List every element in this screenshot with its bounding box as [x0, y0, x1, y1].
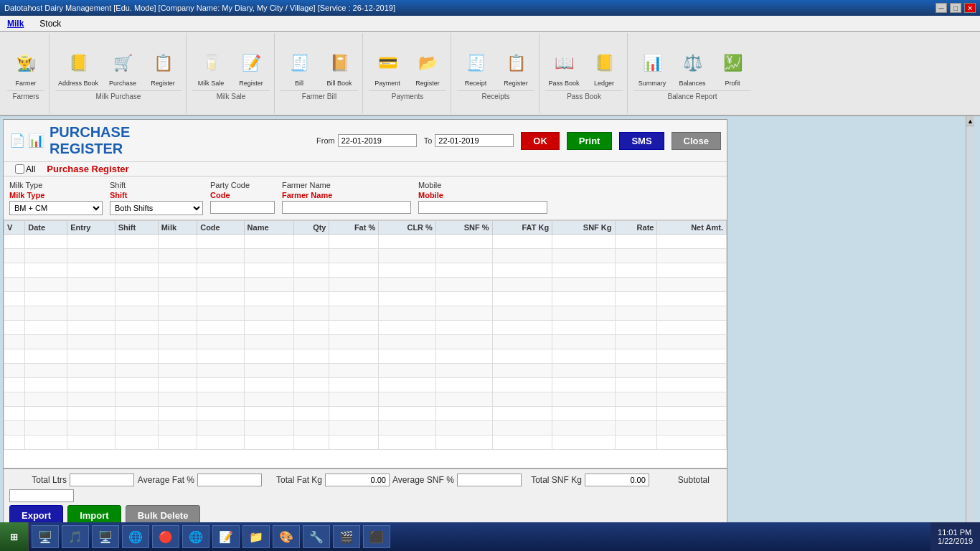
- avg-snf-input: [457, 474, 522, 486]
- col-fat-kg: FAT Kg: [492, 221, 552, 235]
- col-net-amt: Net Amt.: [657, 221, 727, 235]
- taskbar-item-10[interactable]: 🔧: [303, 525, 330, 548]
- taskbar-item-12[interactable]: ⬛: [363, 525, 390, 548]
- toolbar-register-milk[interactable]: 📋 Register: [144, 46, 182, 89]
- toolbar-bill[interactable]: 🧾 Bill: [281, 46, 318, 89]
- toolbar-group-payments: 💳 Payment 📂 Register Payments: [364, 33, 451, 113]
- footer-row: Total Ltrs Average Fat % Total Fat Kg Av…: [4, 468, 727, 530]
- taskbar-icon-6: 🌐: [189, 530, 203, 544]
- ledger-icon: 📒: [588, 47, 620, 79]
- toolbar-address-book[interactable]: 📒 Address Book: [55, 46, 101, 89]
- menu-milk[interactable]: Milk: [3, 17, 28, 30]
- bill-label: Bill: [295, 80, 303, 88]
- toolbar-balances[interactable]: ⚖️ Balances: [674, 46, 711, 89]
- col-entry: Entry: [67, 221, 116, 235]
- toolbar-group-milk-sale: 🥛 Milk Sale 📝 Register Milk Sale: [188, 33, 275, 113]
- toolbar-ledger[interactable]: 📒 Ledger: [585, 46, 623, 89]
- all-checkbox-group[interactable]: All: [15, 164, 35, 174]
- from-label: From: [316, 136, 335, 145]
- shift-select[interactable]: Both Shifts Morning Evening: [110, 201, 203, 215]
- balances-label: Balances: [679, 80, 706, 88]
- minimize-btn[interactable]: ─: [936, 3, 947, 13]
- taskbar-items: 🖥️ 🎵 🖥️ 🌐 🔴 🌐 📝 📁 🎨 🔧 🎬: [29, 522, 930, 551]
- toolbar-group-balance-report: 📊 Summary ⚖️ Balances 💹 Profit Balance R…: [629, 33, 755, 113]
- taskbar-item-7[interactable]: 📝: [212, 525, 240, 548]
- toolbar-payment-register[interactable]: 📂 Register: [409, 46, 446, 89]
- milk-sale-icon: 🥛: [195, 47, 227, 79]
- toolbar-receipt-register[interactable]: 📋 Register: [497, 46, 534, 89]
- receipt-register-icon: 📋: [500, 47, 532, 79]
- panel-header: 📄 📊 PURCHASE REGISTER From To OK Print S…: [4, 120, 727, 162]
- subtotal-input: [9, 489, 74, 502]
- milk-type-select[interactable]: BM + CM BM CM: [9, 201, 103, 215]
- to-date-group: To: [424, 134, 514, 147]
- toolbar-receipt[interactable]: 🧾 Receipt: [457, 46, 494, 89]
- from-date-input[interactable]: [338, 134, 417, 147]
- toolbar-purchase[interactable]: 🛒 Purchase: [104, 46, 141, 89]
- taskbar-item-8[interactable]: 📁: [242, 525, 270, 548]
- taskbar-item-2[interactable]: 🎵: [62, 525, 89, 548]
- payment-icon: 💳: [372, 47, 403, 79]
- farmer-name-black-label: Farmer Name: [282, 181, 411, 189]
- print-button[interactable]: Print: [567, 132, 613, 150]
- maximize-btn[interactable]: □: [950, 3, 961, 13]
- taskbar-icon-5: 🔴: [159, 530, 173, 544]
- taskbar-item-4[interactable]: 🌐: [122, 525, 149, 548]
- taskbar-item-11[interactable]: 🎬: [333, 525, 360, 548]
- toolbar-summary[interactable]: 📊 Summary: [633, 46, 671, 89]
- col-v: V: [4, 221, 25, 235]
- toolbar-group-milk-purchase: 📒 Address Book 🛒 Purchase 📋 Register Mil…: [51, 33, 187, 113]
- profit-icon: 💹: [717, 47, 748, 79]
- from-date-group: From: [316, 134, 417, 147]
- total-ltrs-label: Total Ltrs: [9, 475, 67, 485]
- col-rate: Rate: [615, 221, 657, 235]
- toolbar-bill-book[interactable]: 📔 Bill Book: [321, 46, 358, 89]
- toolbar-farmer[interactable]: 👨‍🌾 Farmer: [7, 46, 44, 89]
- taskbar-item-3[interactable]: 🖥️: [92, 525, 119, 548]
- table-row: [4, 249, 727, 263]
- col-date: Date: [25, 221, 67, 235]
- total-snf-kg-input: [585, 474, 649, 486]
- shift-filter-group: Shift Shift Both Shifts Morning Evening: [110, 181, 203, 215]
- titlebar-controls: ─ □ ✕: [936, 3, 976, 13]
- toolbar-payment[interactable]: 💳 Payment: [369, 46, 406, 89]
- to-date-input[interactable]: [435, 134, 514, 147]
- taskbar-icon-3: 🖥️: [98, 530, 113, 544]
- payment-label: Payment: [374, 80, 400, 88]
- col-code: Code: [197, 221, 244, 235]
- farmer-name-input[interactable]: [282, 201, 411, 214]
- mobile-input[interactable]: [418, 201, 547, 214]
- sms-button[interactable]: SMS: [619, 132, 664, 150]
- taskbar-date-value: 1/22/2019: [938, 537, 973, 545]
- all-checkbox[interactable]: [15, 164, 24, 174]
- close-button[interactable]: Close: [672, 132, 721, 150]
- close-window-btn[interactable]: ✕: [964, 3, 976, 13]
- toolbar-profit[interactable]: 💹 Profit: [714, 46, 751, 89]
- taskbar-time-value: 11:01 PM: [938, 528, 971, 537]
- main-area: 📄 📊 PURCHASE REGISTER From To OK Print S…: [0, 116, 980, 534]
- taskbar-item-5[interactable]: 🔴: [152, 525, 179, 548]
- toolbar-milk-sale[interactable]: 🥛 Milk Sale: [192, 46, 230, 89]
- register-milk-icon: 📋: [147, 47, 179, 79]
- subtotal-label: Subtotal: [652, 475, 710, 485]
- milk-type-filter-group: Milk Type Milk Type BM + CM BM CM: [9, 181, 103, 215]
- party-code-input[interactable]: [210, 201, 275, 214]
- start-button[interactable]: ⊞: [0, 522, 29, 551]
- profit-label: Profit: [725, 80, 740, 88]
- summary-label: Summary: [639, 80, 666, 88]
- taskbar-item-9[interactable]: 🎨: [273, 525, 300, 548]
- scroll-up[interactable]: ▲: [966, 116, 974, 126]
- panel-title: PURCHASE REGISTER: [50, 124, 177, 157]
- col-snf: SNF %: [435, 221, 492, 235]
- taskbar-item-1[interactable]: 🖥️: [32, 525, 59, 548]
- col-snf-kg: SNF Kg: [552, 221, 615, 235]
- toolbar-sale-register[interactable]: 📝 Register: [232, 46, 270, 89]
- menu-stock[interactable]: Stock: [35, 17, 65, 30]
- taskbar-icon-10: 🔧: [309, 530, 324, 544]
- ok-button[interactable]: OK: [521, 132, 560, 150]
- taskbar-icon-9: 🎨: [279, 530, 293, 544]
- taskbar-item-6[interactable]: 🌐: [182, 525, 209, 548]
- bill-book-icon: 📔: [324, 47, 355, 79]
- party-code-black-label: Party Code: [210, 181, 275, 189]
- toolbar-pass-book[interactable]: 📖 Pass Book: [545, 46, 583, 89]
